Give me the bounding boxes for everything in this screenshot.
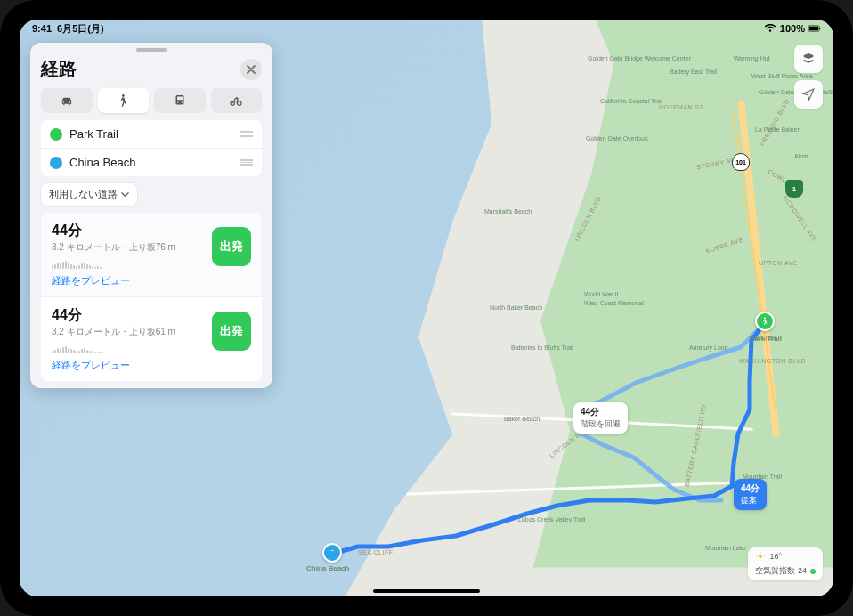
waypoints-list: Park Trail China Beach: [41, 120, 262, 176]
svg-point-15: [238, 101, 242, 106]
route-option-2[interactable]: 44分 3.2 キロメートル・上り坂61 m 経路をプレビュー 出発: [41, 297, 262, 381]
svg-rect-2: [819, 28, 820, 30]
weather-widget[interactable]: 16° 空気質指数 24: [748, 547, 823, 580]
device-pill: [405, 2, 448, 5]
map-layers-icon: [801, 52, 816, 66]
close-button[interactable]: [240, 59, 262, 80]
weather-temp: 16°: [769, 552, 782, 561]
route-callout-alt[interactable]: 44分 階段を回避: [573, 402, 628, 434]
wifi-icon: [764, 24, 776, 33]
reorder-handle-icon[interactable]: [240, 131, 253, 137]
ipad-frame: 9:41 6月5日(月) 100% Golden Gate Bridge Wel…: [0, 0, 853, 616]
go-button[interactable]: 出発: [212, 227, 251, 266]
car-icon: [59, 93, 75, 109]
svg-point-12: [177, 102, 179, 104]
walk-icon: [760, 316, 770, 327]
status-time: 9:41: [32, 23, 52, 34]
status-date: 6月5日(月): [57, 22, 104, 36]
callout-note: 提案: [741, 495, 760, 507]
reorder-handle-icon[interactable]: [240, 159, 253, 166]
aqi-dot-icon: [810, 569, 816, 574]
waypoint-start-label: Park Trail: [69, 127, 118, 141]
weather-aqi: 空気質指数 24: [755, 565, 807, 577]
beach-icon: [327, 547, 337, 558]
directions-panel: 経路: [30, 43, 272, 388]
transport-mode-selector: [30, 88, 272, 120]
start-dot-icon: [50, 128, 62, 141]
mode-bike[interactable]: [211, 88, 263, 113]
go-button[interactable]: 出発: [212, 312, 251, 351]
map-layers-button[interactable]: [794, 45, 823, 73]
location-arrow-icon: [801, 87, 816, 101]
svg-rect-11: [177, 97, 183, 101]
walk-icon: [115, 93, 131, 109]
callout-note: 階段を回避: [581, 418, 621, 430]
route-option-1[interactable]: 44分 3.2 キロメートル・上り坂76 m 経路をプレビュー 出発: [41, 213, 262, 297]
marker-start[interactable]: [755, 312, 775, 331]
end-dot-icon: [50, 157, 62, 169]
callout-time: 44分: [581, 406, 621, 418]
mode-car[interactable]: [41, 88, 93, 113]
marker-end[interactable]: [322, 543, 342, 563]
locate-me-button[interactable]: [794, 80, 823, 109]
panel-title: 経路: [41, 57, 77, 81]
avoid-roads-label: 利用しない道路: [49, 188, 118, 201]
status-battery-pct: 100%: [780, 23, 805, 34]
preview-route-link[interactable]: 経路をプレビュー: [52, 359, 251, 372]
preview-route-link[interactable]: 経路をプレビュー: [52, 274, 251, 288]
close-icon: [247, 65, 256, 74]
waypoint-end-label: China Beach: [69, 156, 135, 169]
svg-point-3: [764, 317, 766, 319]
svg-point-13: [181, 102, 183, 104]
route-options: 44分 3.2 キロメートル・上り坂76 m 経路をプレビュー 出発 44分 3…: [41, 213, 262, 381]
home-indicator[interactable]: [373, 589, 480, 593]
svg-point-4: [759, 555, 762, 558]
bike-icon: [228, 93, 244, 109]
waypoint-start[interactable]: Park Trail: [41, 120, 262, 149]
callout-time: 44分: [741, 482, 760, 495]
mode-walk[interactable]: [98, 88, 150, 113]
mode-transit[interactable]: [154, 88, 206, 113]
marker-end-label: China Beach: [306, 564, 349, 572]
chevron-down-icon: [121, 190, 129, 199]
map-controls: [794, 45, 823, 109]
svg-point-9: [122, 94, 125, 97]
waypoint-end[interactable]: China Beach: [41, 149, 262, 176]
svg-rect-1: [809, 27, 818, 30]
screen: 9:41 6月5日(月) 100% Golden Gate Bridge Wel…: [20, 20, 833, 596]
drag-handle[interactable]: [136, 48, 167, 52]
route-callout-main[interactable]: 44分 提案: [734, 479, 767, 510]
sun-icon: [755, 551, 766, 562]
transit-icon: [172, 93, 188, 109]
avoid-roads-button[interactable]: 利用しない道路: [41, 183, 137, 206]
battery-icon: [808, 24, 821, 33]
marker-start-label: Park Trail: [750, 335, 782, 343]
status-bar: 9:41 6月5日(月) 100%: [20, 20, 833, 37]
